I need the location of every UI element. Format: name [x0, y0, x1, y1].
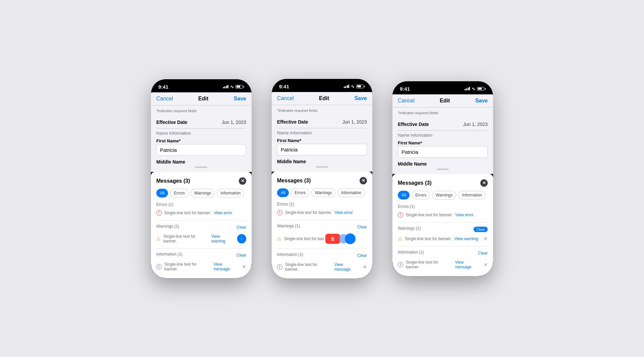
filter-warnings-3[interactable]: Warnings — [432, 191, 456, 199]
info-text-1: Single-line text for banner. — [164, 262, 211, 271]
form-area-3: *Indicates required fields Effective Dat… — [392, 107, 493, 174]
warnings-clear-1[interactable]: Clear — [236, 225, 246, 230]
view-error-link-1[interactable]: View error — [214, 211, 232, 215]
first-name-input-2[interactable] — [277, 144, 367, 155]
middle-name-label-3: Middle Name — [398, 160, 488, 167]
messages-title-3: Messages (3) — [398, 180, 432, 186]
effective-date-row-3: Effective Date Jun 1, 2023 — [398, 118, 488, 131]
warnings-clear-highlighted-3[interactable]: Clear — [474, 227, 488, 232]
filter-warnings-2[interactable]: Warnings — [311, 188, 335, 197]
save-button-2[interactable]: Save — [355, 95, 367, 101]
edit-title-2: Edit — [319, 95, 329, 101]
time-2: 9:41 — [279, 84, 289, 89]
info-message-row-2: i Single-line text for banner. View mess… — [277, 261, 367, 273]
filter-all-1[interactable]: All — [156, 189, 168, 197]
save-button-3[interactable]: Save — [475, 98, 488, 104]
warning-swipe-row-2[interactable]: ⚠ Single-line text for ban 🗑 — [277, 232, 367, 245]
warning-message-row-1: ⚠ Single-line text for banner. View warn… — [156, 233, 246, 245]
filter-all-3[interactable]: All — [398, 191, 410, 199]
name-section-label-3: Name Information — [398, 131, 488, 139]
warning-icon-1: ⚠ — [156, 236, 161, 241]
filter-tabs-1: All Errors Warnings Information — [156, 189, 246, 197]
view-warning-link-3[interactable]: View warning — [454, 236, 478, 241]
middle-name-label-1: Middle Name — [156, 158, 246, 165]
error-icon-2: ! — [277, 210, 282, 215]
nav-bar-3: Cancel Edit Save — [392, 94, 493, 107]
filter-errors-2[interactable]: Errors — [291, 188, 309, 197]
swipe-indicator-1[interactable]: › — [237, 234, 246, 243]
warnings-clear-2[interactable]: Clear — [357, 225, 367, 229]
info-dismiss-2[interactable]: ✕ — [363, 264, 367, 270]
info-clear-1[interactable]: Clear — [236, 253, 246, 258]
first-name-input-1[interactable] — [156, 144, 246, 156]
errors-label-2: Errors (1) — [277, 202, 367, 207]
first-name-label-2: First Name* — [277, 137, 367, 144]
form-area-1: *Indicates required fields Effective Dat… — [151, 105, 252, 172]
time-3: 9:41 — [400, 86, 410, 92]
view-message-link-2[interactable]: View message — [334, 262, 360, 272]
messages-title-1: Messages (3) — [156, 178, 190, 184]
signal-bars-1 — [223, 85, 229, 88]
first-name-input-3[interactable] — [398, 146, 488, 158]
edit-title-1: Edit — [198, 96, 208, 102]
effective-date-value-1: Jun 1, 2023 — [222, 120, 246, 125]
cancel-button-2[interactable]: Cancel — [277, 95, 294, 101]
signal-bars-3 — [465, 87, 470, 90]
errors-label-3: Errors (1) — [398, 204, 488, 209]
save-button-1[interactable]: Save — [234, 96, 246, 102]
filter-information-1[interactable]: Information — [217, 189, 244, 197]
status-icons-2: ∿ — [344, 84, 365, 89]
wifi-icon-3: ∿ — [472, 86, 475, 91]
view-warning-link-1[interactable]: View warning — [211, 234, 234, 243]
messages-panel-1: Messages (3) ✕ All Errors Warnings Infor… — [151, 172, 252, 278]
name-section-label-1: Name Information — [156, 129, 246, 137]
close-messages-2[interactable]: ✕ — [360, 177, 367, 184]
cancel-button-3[interactable]: Cancel — [398, 98, 415, 104]
error-icon-3: ! — [398, 212, 403, 218]
info-clear-2[interactable]: Clear — [357, 253, 367, 258]
filter-information-2[interactable]: Information — [337, 188, 365, 197]
info-clear-3[interactable]: Clear — [478, 251, 488, 256]
warning-icon-2: ⚠ — [277, 236, 281, 241]
error-message-row-3: ! Single-line text for banner. View erro… — [398, 211, 488, 219]
battery-1 — [235, 85, 244, 89]
warnings-header-2: Warnings (1) Clear — [277, 224, 367, 230]
filter-information-3[interactable]: Information — [458, 191, 486, 199]
info-header-2: Information (1) Clear — [277, 252, 367, 259]
info-dismiss-1[interactable]: ✕ — [242, 264, 246, 269]
error-text-2: Single-line text for banner. — [285, 210, 332, 215]
view-error-link-2[interactable]: View error — [334, 210, 353, 215]
trash-icon-2: 🗑 — [330, 236, 335, 241]
close-messages-1[interactable]: ✕ — [239, 177, 246, 185]
warning-dismiss-3[interactable]: ✕ — [484, 236, 488, 241]
filter-warnings-1[interactable]: Warnings — [191, 189, 215, 197]
form-area-2: *Indicates required fields Effective Dat… — [272, 105, 372, 172]
info-dismiss-3[interactable]: ✕ — [484, 262, 488, 267]
warnings-header-1: Warnings (1) Clear — [156, 224, 246, 231]
messages-panel-3: Messages (3) ✕ All Errors Warnings Infor… — [392, 174, 493, 276]
filter-all-2[interactable]: All — [277, 188, 289, 197]
filter-errors-3[interactable]: Errors — [412, 191, 430, 199]
signal-bars-2 — [344, 85, 350, 88]
view-message-link-1[interactable]: View message — [214, 262, 239, 271]
warnings-label-2: Warnings (1) — [277, 224, 300, 228]
close-messages-3[interactable]: ✕ — [480, 179, 488, 187]
phones-container: 9:41 ∿ Cancel Edit Save — [138, 65, 506, 292]
info-header-1: Information (1) Clear — [156, 252, 246, 259]
warnings-label-1: Warnings (1) — [156, 224, 179, 229]
first-name-label-3: First Name* — [398, 139, 488, 146]
phone-3: 9:41 ∿ Cancel Edit Save *Indi — [392, 81, 493, 276]
info-label-1: Information (1) — [156, 252, 182, 257]
warning-text-1: Single-line text for banner. — [163, 234, 209, 243]
required-note-2: *Indicates required fields — [277, 108, 367, 113]
info-icon-3: i — [398, 262, 403, 267]
error-text-1: Single-line text for banner. — [164, 211, 211, 215]
cancel-button-1[interactable]: Cancel — [156, 96, 173, 102]
first-name-label-1: First Name* — [156, 137, 246, 144]
view-message-link-3[interactable]: View message — [455, 260, 481, 269]
info-text-3: Single-line text for banner. — [406, 260, 452, 269]
filter-errors-1[interactable]: Errors — [170, 189, 189, 197]
nav-bar-1: Cancel Edit Save — [151, 92, 252, 105]
view-error-link-3[interactable]: View error — [455, 213, 473, 217]
delete-btn-2[interactable]: 🗑 — [325, 234, 340, 244]
